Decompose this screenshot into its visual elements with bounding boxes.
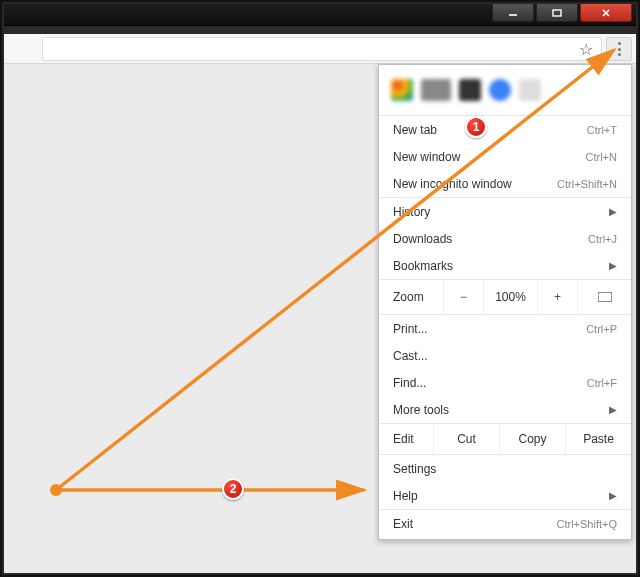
- edit-paste-button[interactable]: Paste: [565, 424, 631, 454]
- chevron-right-icon: ▶: [609, 490, 617, 501]
- menu-item-history[interactable]: History ▶: [379, 198, 631, 225]
- menu-item-new-incognito[interactable]: New incognito window Ctrl+Shift+N: [379, 170, 631, 197]
- window-titlebar: [4, 4, 636, 26]
- menu-item-more-tools[interactable]: More tools ▶: [379, 396, 631, 423]
- kebab-icon: [618, 42, 621, 56]
- maximize-button[interactable]: [536, 4, 578, 22]
- window-controls: [490, 4, 632, 22]
- menu-label: Copy: [518, 432, 546, 446]
- menu-shortcut: Ctrl+T: [587, 124, 617, 136]
- menu-item-help[interactable]: Help ▶: [379, 482, 631, 509]
- bookmark-star-icon[interactable]: ☆: [576, 39, 596, 59]
- chevron-right-icon: ▶: [609, 404, 617, 415]
- tab-strip: [4, 26, 636, 34]
- menu-label: Cut: [457, 432, 476, 446]
- edit-copy-button[interactable]: Copy: [499, 424, 565, 454]
- screenshot-frame: ☆ New tab Ctrl+T New window Ctrl+N New i…: [0, 0, 640, 577]
- profile-icon: [421, 79, 451, 101]
- menu-item-zoom: Zoom − 100% +: [379, 280, 631, 314]
- browser-toolbar: ☆: [4, 34, 636, 64]
- menu-label: Settings: [393, 462, 436, 476]
- account-row[interactable]: [379, 65, 631, 115]
- menu-shortcut: Ctrl+Shift+N: [557, 178, 617, 190]
- fullscreen-button[interactable]: [577, 280, 631, 314]
- chevron-right-icon: ▶: [609, 206, 617, 217]
- close-button[interactable]: [580, 4, 632, 22]
- plus-icon: +: [554, 290, 561, 304]
- menu-label: Downloads: [393, 232, 452, 246]
- address-bar[interactable]: [42, 37, 602, 61]
- menu-item-edit: Edit Cut Copy Paste: [379, 424, 631, 454]
- menu-item-new-window[interactable]: New window Ctrl+N: [379, 143, 631, 170]
- menu-shortcut: Ctrl+N: [586, 151, 617, 163]
- menu-label: Paste: [583, 432, 614, 446]
- minimize-button[interactable]: [492, 4, 534, 22]
- menu-item-bookmarks[interactable]: Bookmarks ▶: [379, 252, 631, 279]
- menu-shortcut: Ctrl+J: [588, 233, 617, 245]
- profile-icon: [459, 79, 481, 101]
- menu-item-downloads[interactable]: Downloads Ctrl+J: [379, 225, 631, 252]
- menu-item-exit[interactable]: Exit Ctrl+Shift+Q: [379, 510, 631, 537]
- profile-icon: [519, 79, 541, 101]
- menu-label: Print...: [393, 322, 428, 336]
- menu-label: Cast...: [393, 349, 428, 363]
- menu-label: History: [393, 205, 430, 219]
- zoom-out-button[interactable]: −: [443, 280, 483, 314]
- chrome-menu: New tab Ctrl+T New window Ctrl+N New inc…: [378, 64, 632, 540]
- menu-label: Help: [393, 489, 418, 503]
- menu-label: Zoom: [379, 290, 443, 304]
- profile-icon: [391, 79, 413, 101]
- menu-label: More tools: [393, 403, 449, 417]
- profile-icon: [489, 79, 511, 101]
- zoom-level: 100%: [483, 280, 537, 314]
- svg-rect-1: [553, 10, 561, 16]
- menu-label: New window: [393, 150, 460, 164]
- menu-item-new-tab[interactable]: New tab Ctrl+T: [379, 116, 631, 143]
- chevron-right-icon: ▶: [609, 260, 617, 271]
- menu-label: Edit: [379, 432, 433, 446]
- menu-shortcut: Ctrl+F: [587, 377, 617, 389]
- menu-item-cast[interactable]: Cast...: [379, 342, 631, 369]
- menu-item-print[interactable]: Print... Ctrl+P: [379, 315, 631, 342]
- menu-shortcut: Ctrl+Shift+Q: [556, 518, 617, 530]
- menu-item-settings[interactable]: Settings: [379, 455, 631, 482]
- zoom-in-button[interactable]: +: [537, 280, 577, 314]
- menu-label: Find...: [393, 376, 426, 390]
- menu-item-find[interactable]: Find... Ctrl+F: [379, 369, 631, 396]
- menu-label: Exit: [393, 517, 413, 531]
- menu-label: Bookmarks: [393, 259, 453, 273]
- fullscreen-icon: [598, 292, 612, 302]
- edit-cut-button[interactable]: Cut: [433, 424, 499, 454]
- menu-shortcut: Ctrl+P: [586, 323, 617, 335]
- minus-icon: −: [460, 290, 467, 304]
- menu-label: New incognito window: [393, 177, 512, 191]
- menu-label: New tab: [393, 123, 437, 137]
- chrome-menu-button[interactable]: [606, 37, 632, 61]
